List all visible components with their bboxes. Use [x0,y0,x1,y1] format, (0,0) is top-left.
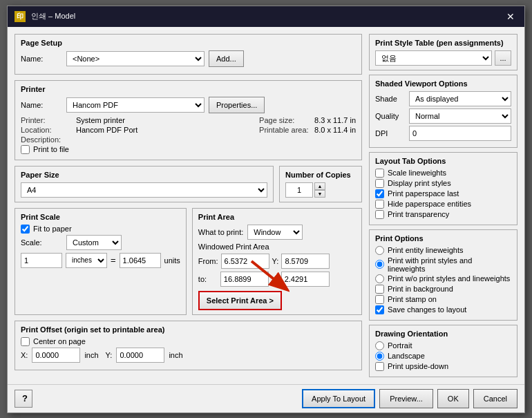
scale-unit2: units [164,256,180,265]
page-size-row: Page size: 8.3 x 11.7 in [259,116,356,124]
save-changes-checkbox[interactable] [375,305,384,314]
scale-unit-select[interactable]: inches [66,253,107,268]
scale-eq: = [111,255,116,265]
to-row: to: 16.8899 Y: 2.4291 [198,272,356,287]
print-background-checkbox[interactable] [375,285,384,294]
print-to-file-label: Print to file [33,145,69,153]
bottom-bar: ? Apply To Layout Preview... OK Cancel [8,384,524,412]
page-setup-title: Page Setup [21,39,356,47]
print-transparency-label: Print transparency [388,210,449,218]
print-transparency-checkbox[interactable] [375,210,384,219]
scale-select[interactable]: Custom [66,235,122,250]
print-entity-row: Print entity lineweights [375,246,511,255]
scale-input1[interactable]: 1 [21,253,62,268]
title-bar-left: 印 인쇄 – Model [15,11,75,22]
center-on-page-checkbox[interactable] [21,337,30,346]
offset-y-row: Y: 0.0000 inch [106,348,183,363]
left-panel: Page Setup Name: <None> Add... Printer N… [15,34,362,377]
print-without-styles-label: Print w/o print styles and lineweights [388,274,510,283]
dpi-row: DPI 0 [375,126,511,141]
print-options-section: Print Options Print entity lineweights P… [369,229,517,321]
hide-paperspace-checkbox[interactable] [375,200,384,209]
style-table-row: 없음 ... [375,50,511,66]
quality-row: Quality Normal [375,108,511,124]
portrait-row: Portrait [375,341,511,350]
to-y-input[interactable]: 2.4291 [281,272,330,287]
display-print-styles-checkbox[interactable] [375,179,384,188]
print-with-styles-label: Print with print styles and lineweights [388,256,511,273]
copies-input[interactable]: 1 [285,182,313,198]
drawing-orientation-section: Drawing Orientation Portrait Landscape P… [369,325,517,377]
shade-label: Shade [375,95,406,103]
right-panel: Print Style Table (pen assignments) 없음 .… [369,34,517,377]
print-transparency-row: Print transparency [375,210,511,219]
print-without-styles-radio[interactable] [375,274,384,283]
fit-to-paper-checkbox[interactable] [21,225,30,234]
print-paperspace-checkbox[interactable] [375,189,384,198]
from-y-input[interactable]: 8.5709 [281,254,330,269]
copies-title: Number of Copies [285,171,356,179]
print-style-select[interactable]: 없음 [375,50,492,66]
print-paperspace-label: Print paperspace last [388,189,459,198]
shaded-viewport-title: Shaded Viewport Options [375,79,511,88]
printer-type-label: Printer: [21,116,76,124]
dpi-input[interactable]: 0 [409,126,511,141]
what-to-print-select[interactable]: Window [247,225,303,240]
print-style-dots-button[interactable]: ... [495,50,511,66]
select-print-area-button[interactable]: Select Print Area > [198,291,282,310]
print-entity-label: Print entity lineweights [388,246,463,254]
from-x-input[interactable]: 6.5372 [221,254,269,269]
printer-location-row: Location: Hancom PDF Port [21,126,245,134]
apply-to-layout-button[interactable]: Apply To Layout [302,389,375,408]
printer-name-select[interactable]: Hancom PDF [66,97,205,113]
close-button[interactable]: ✕ [504,11,517,22]
display-print-styles-row: Display print styles [375,179,511,188]
page-setup-name-row: Name: <None> Add... [21,50,356,67]
from-row: From: 6.5372 Y: 8.5709 [198,254,356,269]
what-to-print-label: What to print: [198,228,243,236]
offset-x-input[interactable]: 0.0000 [32,348,80,363]
copies-up-button[interactable]: ▲ [314,182,325,190]
print-stamp-label: Print stamp on [388,295,437,303]
print-to-file-checkbox[interactable] [21,145,30,154]
copies-down-button[interactable]: ▼ [314,190,325,198]
upside-down-label: Print upside-down [388,362,448,370]
scale-lineweights-checkbox[interactable] [375,169,384,178]
ok-button[interactable]: OK [437,389,469,408]
scale-input2[interactable]: 1.0645 [120,253,161,268]
preview-button[interactable]: Preview... [379,389,433,408]
offset-x-row: X: 0.0000 inch [21,348,99,363]
properties-button[interactable]: Properties... [209,97,265,113]
shade-row: Shade As displayed [375,91,511,106]
print-scale-title: Print Scale [21,213,180,221]
print-with-styles-radio[interactable] [375,260,384,269]
paper-size-select[interactable]: A4 [21,182,267,198]
to-x-input[interactable]: 16.8899 [220,272,269,287]
upside-down-checkbox[interactable] [375,362,384,371]
landscape-radio[interactable] [375,352,384,361]
paper-size-title: Paper Size [21,171,267,179]
print-style-title: Print Style Table (pen assignments) [375,39,511,47]
to-y-label: Y: [272,275,278,283]
print-paperspace-row: Print paperspace last [375,189,511,198]
portrait-radio[interactable] [375,341,384,350]
offset-y-input[interactable]: 0.0000 [116,348,164,363]
what-to-print-row: What to print: Window [198,225,356,240]
offset-x-unit: inch [84,351,98,359]
quality-select[interactable]: Normal [409,108,511,124]
print-entity-radio[interactable] [375,246,384,255]
printer-desc-row: Description: [21,135,245,144]
help-button[interactable]: ? [15,390,32,408]
upside-down-row: Print upside-down [375,362,511,371]
page-setup-name-select[interactable]: <None> [66,51,205,66]
printer-location-label: Location: [21,126,76,134]
hide-paperspace-row: Hide paperspace entities [375,200,511,209]
printer-section: Printer Name: Hancom PDF Properties... P… [15,80,362,160]
add-button[interactable]: Add... [209,50,244,67]
shade-select[interactable]: As displayed [409,91,511,106]
print-stamp-checkbox[interactable] [375,295,384,304]
cancel-button[interactable]: Cancel [473,389,517,408]
print-options-title: Print Options [375,234,511,243]
display-print-styles-label: Display print styles [388,179,451,187]
offset-y-label: Y: [106,351,113,359]
